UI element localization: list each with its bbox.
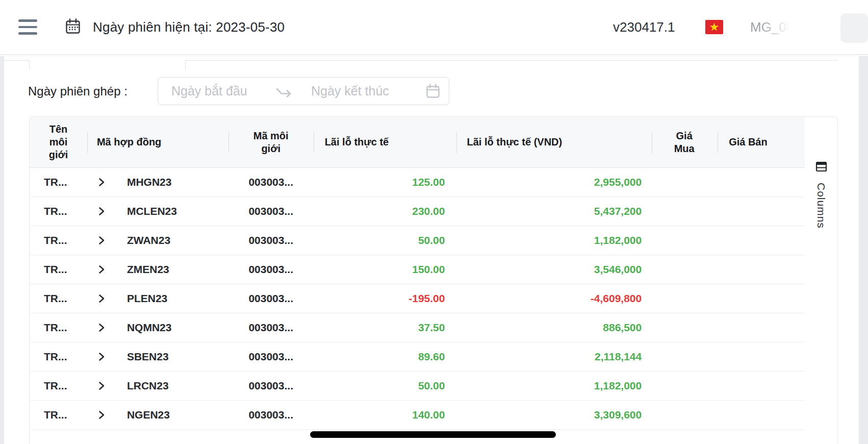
table-row[interactable]: TR... ZWAN23 003003... 50.00 1,182,000: [30, 226, 805, 255]
col-header-pnl-vnd[interactable]: Lãi lỗ thực tế (VND): [456, 117, 651, 167]
col-header-broker-name[interactable]: Tên môi giới: [30, 117, 87, 167]
cell-broker-id: 003003...: [228, 226, 314, 255]
cell-pnl: 50.00: [314, 226, 456, 255]
cell-pnl-vnd: 1,182,000: [456, 372, 651, 400]
table-row[interactable]: TR... NGEN23 003003... 140.00 3,309,600: [30, 401, 805, 430]
cell-pnl: 89.60: [314, 342, 456, 371]
cell-buy-price: [651, 284, 717, 313]
col-header-broker-id[interactable]: Mã môi giới: [228, 117, 314, 167]
cell-contract: NGEN23: [87, 401, 228, 429]
cell-pnl: 230.00: [314, 197, 456, 226]
cell-buy-price: [651, 313, 717, 342]
expand-row-icon[interactable]: [97, 410, 106, 420]
cell-pnl: 140.00: [314, 401, 456, 429]
expand-row-icon[interactable]: [97, 206, 106, 216]
cell-broker-id: 003003...: [228, 313, 314, 342]
horizontal-scrollbar-thumb[interactable]: [310, 431, 556, 438]
expand-row-icon[interactable]: [97, 264, 106, 275]
active-tab-left-edge: [29, 60, 30, 69]
cell-broker-name: TR...: [30, 226, 87, 255]
cell-sell-price: [717, 372, 805, 400]
cell-broker-id: 003003...: [228, 255, 314, 284]
cell-sell-price: [717, 226, 805, 255]
cell-contract: NQMN23: [87, 313, 228, 342]
table-row[interactable]: TR... ZMEN23 003003... 150.00 3,546,000: [30, 255, 805, 284]
column-settings-panel[interactable]: Columns: [805, 116, 838, 444]
account-id-label[interactable]: MG_00: [750, 0, 794, 55]
col-header-pnl[interactable]: Lãi lỗ thực tế: [314, 117, 456, 167]
start-date-input[interactable]: Ngày bắt đầu: [171, 78, 247, 104]
end-date-input[interactable]: Ngày kết thúc: [311, 78, 389, 104]
header-separator: [87, 132, 88, 153]
expand-row-icon[interactable]: [97, 323, 106, 333]
tabbar-border-left-segment: [4, 60, 29, 61]
tabbar-border-right-segment: [185, 60, 837, 61]
cell-broker-name: TR...: [30, 313, 87, 342]
cell-pnl: 50.00: [314, 372, 456, 400]
range-calendar-icon[interactable]: [425, 83, 441, 102]
expand-row-icon[interactable]: [97, 352, 106, 362]
cell-pnl: 37.50: [314, 313, 456, 342]
cell-contract: MHGN23: [87, 168, 228, 196]
cell-broker-name: TR...: [30, 372, 87, 400]
cell-sell-price: [717, 284, 805, 313]
cell-broker-id: 003003...: [228, 197, 314, 226]
date-range-picker[interactable]: Ngày bắt đầu Ngày kết thúc: [158, 77, 449, 105]
cell-sell-price: [717, 255, 805, 284]
header-separator: [456, 132, 457, 153]
cell-broker-id: 003003...: [228, 372, 314, 400]
cell-buy-price: [651, 226, 717, 255]
cell-broker-id: 003003...: [228, 401, 314, 429]
range-arrow-icon: [274, 84, 293, 102]
cell-contract: MCLEN23: [87, 197, 228, 226]
table-row[interactable]: TR... SBEN23 003003... 89.60 2,118,144: [30, 342, 805, 372]
cell-broker-id: 003003...: [228, 284, 314, 313]
vietnam-flag-icon[interactable]: [705, 20, 723, 34]
cell-pnl-vnd: 2,955,000: [456, 168, 651, 196]
cell-buy-price: [651, 401, 717, 429]
table-row[interactable]: TR... PLEN23 003003... -195.00 -4,609,80…: [30, 284, 805, 313]
table-header-row: Tên môi giới Mã hợp đồng Mã môi giới Lãi…: [30, 117, 805, 168]
table-body: TR... MHGN23 003003... 125.00 2,955,000 …: [30, 168, 805, 430]
cell-broker-name: TR...: [30, 401, 87, 429]
cell-pnl-vnd: 3,546,000: [456, 255, 651, 284]
col-header-contract[interactable]: Mã hợp đồng: [87, 117, 228, 167]
cell-buy-price: [651, 372, 717, 400]
cell-pnl-vnd: 2,118,144: [456, 342, 651, 371]
cell-pnl-vnd: 1,182,000: [456, 226, 651, 255]
expand-row-icon[interactable]: [97, 293, 106, 304]
page-right-scroll-gutter[interactable]: [859, 56, 868, 444]
cell-broker-name: TR...: [30, 197, 87, 226]
table-row[interactable]: TR... MHGN23 003003... 125.00 2,955,000: [30, 168, 805, 197]
cell-broker-name: TR...: [30, 168, 87, 196]
cell-broker-id: 003003...: [228, 342, 314, 371]
col-header-buy-price[interactable]: Giá Mua: [651, 117, 717, 167]
table-row[interactable]: TR... MCLEN23 003003... 230.00 5,437,200: [30, 197, 805, 226]
expand-row-icon[interactable]: [97, 177, 106, 187]
expand-row-icon[interactable]: [97, 381, 106, 391]
expand-row-icon[interactable]: [97, 235, 106, 245]
cell-sell-price: [717, 401, 805, 429]
table-columns-icon[interactable]: [815, 161, 827, 175]
col-header-sell-price[interactable]: Giá Bán: [717, 117, 805, 167]
cell-pnl-vnd: 5,437,200: [456, 197, 651, 226]
cell-pnl-vnd: 886,500: [456, 313, 651, 342]
calendar-icon: [64, 18, 82, 37]
header-separator: [652, 132, 652, 153]
header-cropped-control[interactable]: [840, 13, 868, 43]
page-left-gutter: [0, 56, 4, 444]
cell-pnl: 125.00: [314, 168, 456, 196]
header-separator: [314, 132, 314, 153]
app-window: Ngày phiên hiện tại: 2023-05-30 v230417.…: [0, 0, 868, 444]
table-row[interactable]: TR... LRCN23 003003... 50.00 1,182,000: [30, 372, 805, 401]
table-row[interactable]: TR... NQMN23 003003... 37.50 886,500: [30, 313, 805, 342]
cell-pnl: -195.00: [314, 284, 456, 313]
active-tab-right-edge: [185, 60, 186, 69]
pnl-table: Tên môi giới Mã hợp đồng Mã môi giới Lãi…: [29, 116, 805, 444]
hamburger-menu-icon[interactable]: [18, 19, 37, 35]
cell-contract: ZWAN23: [87, 226, 228, 255]
cell-contract: SBEN23: [87, 342, 228, 371]
cell-buy-price: [651, 197, 717, 226]
columns-panel-label[interactable]: Columns: [815, 183, 827, 229]
cell-pnl-vnd: 3,309,600: [456, 401, 651, 429]
